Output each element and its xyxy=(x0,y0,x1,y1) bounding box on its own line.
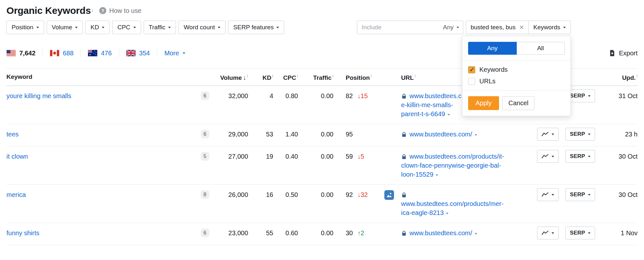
canada-flag-icon xyxy=(50,50,59,56)
col-upd[interactable]: Upd.i xyxy=(601,73,638,81)
country-gb[interactable]: 354 xyxy=(119,49,157,57)
option-keywords[interactable]: Keywords xyxy=(468,66,565,73)
country-us[interactable]: 7,642 xyxy=(6,49,43,57)
url-dropdown-icon[interactable] xyxy=(436,174,438,176)
url-link[interactable]: www.bustedtees.com/products/mer- ica-eag… xyxy=(401,200,504,216)
all-toggle[interactable]: All xyxy=(517,42,565,55)
table-row: merica 8 26,000 16 0.50 0.00 9232 www.bu… xyxy=(6,185,638,223)
chevron-down-icon xyxy=(588,194,591,196)
url-link[interactable]: www.bustedtees.com/ xyxy=(409,229,472,237)
us-flag-icon xyxy=(6,50,16,56)
position-value: 302 xyxy=(333,228,380,237)
lock-icon xyxy=(401,93,407,99)
lock-icon xyxy=(401,132,407,137)
traffic-value: 0.00 xyxy=(298,190,333,199)
col-cpc[interactable]: CPCi xyxy=(273,73,298,81)
position-history-button[interactable] xyxy=(537,150,559,163)
serp-button[interactable]: SERP xyxy=(565,188,595,201)
table-row: it clown 5 27,000 19 0.40 0.00 595 www.b… xyxy=(6,146,638,185)
chevron-down-icon xyxy=(588,156,591,157)
how-to-use-link[interactable]: How to use xyxy=(99,7,141,14)
serp-features-count[interactable]: 6 xyxy=(201,91,209,100)
keyword-link[interactable]: youre killing me smalls xyxy=(6,92,71,99)
col-volume[interactable]: Volume↓i xyxy=(213,73,248,81)
filter-word-count[interactable]: Word count xyxy=(178,21,226,34)
chart-icon xyxy=(542,230,549,236)
keywords-dropdown[interactable]: Keywords xyxy=(529,21,571,34)
position-value: 95 xyxy=(333,130,380,139)
gb-count[interactable]: 354 xyxy=(139,50,150,57)
serp-button[interactable]: SERP xyxy=(565,150,595,163)
chevron-down-icon xyxy=(552,134,554,135)
chevron-down-icon xyxy=(552,232,554,234)
url-link[interactable]: www.bustedtees.c e-killin-me-smalls- par… xyxy=(401,92,461,117)
divider xyxy=(462,60,571,60)
apply-button[interactable]: Apply xyxy=(468,96,499,110)
export-icon xyxy=(609,50,616,57)
serp-features-count[interactable]: 5 xyxy=(201,152,209,161)
more-countries[interactable]: More xyxy=(157,49,192,57)
filter-serp-features[interactable]: SERP features xyxy=(228,21,284,34)
keywords-checkbox[interactable] xyxy=(468,66,475,73)
chevron-down-icon xyxy=(588,232,591,234)
urls-checkbox[interactable] xyxy=(468,78,475,85)
url-dropdown-icon[interactable] xyxy=(475,233,477,235)
position-history-button[interactable] xyxy=(537,128,559,141)
arrow-icon xyxy=(357,191,360,198)
volume-value: 32,000 xyxy=(213,91,248,100)
position-change: 15 xyxy=(357,92,368,99)
organic-keywords-page: Organic Keywords i How to use Position V… xyxy=(0,0,644,245)
volume-value: 27,000 xyxy=(213,152,248,161)
country-au[interactable]: 476 xyxy=(81,49,119,57)
include-input[interactable] xyxy=(361,23,443,31)
filter-kd[interactable]: KD xyxy=(85,21,110,34)
position-change: 2 xyxy=(357,229,364,237)
export-button[interactable]: Export xyxy=(609,50,638,57)
keyword-link[interactable]: funny shirts xyxy=(6,229,39,237)
chevron-down-icon xyxy=(168,27,171,28)
filter-cpc[interactable]: CPC xyxy=(112,21,141,34)
url-link[interactable]: www.bustedtees.com/products/it- clown-fa… xyxy=(401,153,504,178)
url-dropdown-icon[interactable] xyxy=(447,114,450,116)
cpc-value: 1.40 xyxy=(273,130,298,139)
include-mode-select[interactable]: Any xyxy=(443,24,459,31)
col-position[interactable]: Positioni xyxy=(333,73,380,81)
cpc-value: 0.40 xyxy=(273,152,298,161)
remove-tag-icon[interactable]: × xyxy=(519,24,524,31)
keyword-link[interactable]: tees xyxy=(6,131,19,138)
col-kd[interactable]: KDi xyxy=(248,73,273,81)
cancel-button[interactable]: Cancel xyxy=(502,96,534,110)
country-ca[interactable]: 688 xyxy=(43,49,81,57)
url-dropdown-icon[interactable] xyxy=(475,134,477,136)
url-link[interactable]: www.bustedtees.com/ xyxy=(409,131,472,138)
position-change: 5 xyxy=(357,153,364,160)
position-history-button[interactable] xyxy=(537,188,559,201)
au-count[interactable]: 476 xyxy=(101,50,111,57)
ca-count[interactable]: 688 xyxy=(63,50,73,57)
serp-features-count[interactable]: 8 xyxy=(201,190,209,199)
filter-bar: Position Volume KD CPC Traffic Word coun… xyxy=(6,21,638,34)
keyword-link[interactable]: it clown xyxy=(6,153,28,160)
chevron-down-icon xyxy=(218,27,220,28)
filter-traffic[interactable]: Traffic xyxy=(144,21,176,34)
url-dropdown-icon[interactable] xyxy=(446,213,448,214)
chevron-down-icon xyxy=(588,134,591,135)
filter-volume[interactable]: Volume xyxy=(47,21,83,34)
filter-position[interactable]: Position xyxy=(6,21,44,34)
volume-value: 29,000 xyxy=(213,130,248,139)
title-row: Organic Keywords i How to use xyxy=(6,5,638,16)
option-urls[interactable]: URLs xyxy=(468,78,565,85)
serp-button[interactable]: SERP xyxy=(565,128,595,141)
serp-features-count[interactable]: 6 xyxy=(201,228,209,237)
col-traffic[interactable]: Traffici xyxy=(298,73,333,81)
lock-icon xyxy=(401,154,407,160)
us-count: 7,642 xyxy=(19,50,35,57)
col-keyword[interactable]: Keyword xyxy=(6,73,197,80)
position-value: 9232 xyxy=(333,190,380,199)
any-toggle[interactable]: Any xyxy=(468,42,517,55)
keyword-link[interactable]: merica xyxy=(6,191,26,198)
position-history-button[interactable] xyxy=(537,227,559,239)
serp-features-count[interactable]: 6 xyxy=(201,130,209,138)
keyword-filter-tag[interactable]: busted tees, bus × xyxy=(466,21,529,34)
serp-button[interactable]: SERP xyxy=(565,227,595,239)
